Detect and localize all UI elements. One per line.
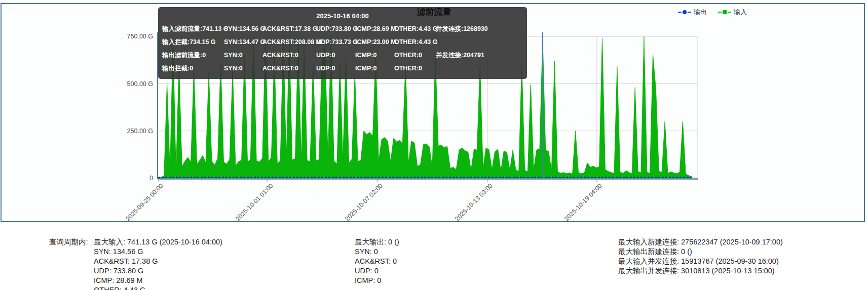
- summary-line: ACK&RST: 17.38 G: [94, 257, 222, 266]
- tooltip-cell: ACK&RST:208.08 M: [262, 35, 316, 49]
- chart-title: 滤前流量: [417, 6, 451, 18]
- legend-label: 输出: [694, 8, 707, 17]
- tooltip-cell: ACK&RST:0: [262, 62, 316, 75]
- chart-tooltip: 2025-10-16 04:00 输入滤前流量:741.13 GSYN:134.…: [158, 7, 527, 79]
- legend-item-output[interactable]: 输出: [678, 8, 707, 17]
- summary-line: SYN: 0: [355, 247, 399, 257]
- tooltip-cell: ACK&RST:17.38 G: [262, 22, 316, 35]
- y-axis-tick-label: 250.00 G: [117, 128, 153, 135]
- tooltip-cell: 输入拦截:734.15 G: [162, 35, 224, 49]
- circle-marker-icon: [678, 10, 691, 14]
- tooltip-cell: OTHER:4.43 G: [394, 22, 436, 35]
- tooltip-cell: ICMP:0: [355, 62, 394, 75]
- y-axis-tick-label: 0: [117, 175, 153, 182]
- tooltip-cell: ICMP:0: [355, 49, 394, 62]
- tooltip-cell: OTHER:0: [394, 49, 436, 62]
- tooltip-cell: ICMP:23.00 M: [355, 35, 394, 49]
- tooltip-cell: UDP:733.80 G: [316, 22, 355, 35]
- tooltip-cell: UDP:0: [316, 49, 355, 62]
- summary-line: UDP: 733.80 G: [94, 266, 222, 276]
- summary-line: ACK&RST: 0: [355, 257, 399, 266]
- summary-line: 最大输出并发连接: 3010813 (2025-10-13 15:00): [618, 266, 783, 276]
- tooltip-cell: [436, 62, 523, 75]
- tooltip-cell: 输入滤前流量:741.13 G: [162, 22, 224, 35]
- tooltip-cell: 输出拦截:0: [162, 62, 224, 75]
- summary-line: 最大输入新建连接: 275622347 (2025-10-09 17:00): [618, 237, 783, 247]
- tooltip-cell: SYN:0: [224, 62, 262, 75]
- tooltip-cell: OTHER:0: [394, 62, 436, 75]
- summary-line: SYN: 134.56 G: [94, 247, 222, 257]
- tooltip-cell: ICMP:28.69 M: [355, 22, 394, 35]
- legend-item-input[interactable]: 输入: [718, 8, 747, 17]
- tooltip-timestamp: 2025-10-16 04:00: [162, 10, 523, 22]
- tooltip-cell: OTHER:4.43 G: [394, 35, 436, 49]
- tooltip-cell: 并发连接:204791: [436, 49, 523, 62]
- y-axis-tick-label: 500.00 G: [117, 80, 153, 88]
- summary-col-max-output: 最大输出: 0 ()SYN: 0ACK&RST: 0UDP: 0ICMP: 0: [355, 237, 399, 285]
- summary-col-max-input: 最大输入: 741.13 G (2025-10-16 04:00)SYN: 13…: [94, 237, 222, 290]
- legend-label: 输入: [734, 8, 747, 17]
- summary-line: UDP: 0: [355, 266, 399, 276]
- y-axis-tick-label: 750.00 G: [117, 33, 153, 40]
- summary-period-label: 查询周期内:: [49, 237, 88, 247]
- tooltip-cell: [436, 35, 523, 49]
- summary-line: 最大输出: 0 (): [355, 237, 399, 247]
- summary-line: ICMP: 28.69 M: [94, 276, 222, 285]
- tooltip-cell: UDP:733.73 G: [316, 35, 355, 49]
- square-marker-icon: [718, 10, 731, 14]
- tooltip-cell: SYN:134.47 G: [224, 35, 262, 49]
- tooltip-cell: 并发连接:1268930: [436, 22, 523, 35]
- tooltip-cell: 输出滤前流量:0: [162, 49, 224, 62]
- chart-legend: 输出输入: [678, 8, 747, 17]
- tooltip-table: 输入滤前流量:741.13 GSYN:134.56 GACK&RST:17.38…: [162, 22, 523, 75]
- summary-line: OTHER: 4.43 G: [94, 285, 222, 290]
- tooltip-cell: SYN:134.56 G: [224, 22, 262, 35]
- summary-line: 最大输出新建连接: 0 (): [618, 247, 783, 257]
- summary-line: 最大输入并发连接: 15913767 (2025-09-30 16:00): [618, 257, 783, 266]
- summary-line: ICMP: 0: [355, 276, 399, 285]
- tooltip-cell: UDP:0: [316, 62, 355, 75]
- summary-col-connections: 最大输入新建连接: 275622347 (2025-10-09 17:00)最大…: [618, 237, 783, 276]
- tooltip-cell: ACK&RST:0: [262, 49, 316, 62]
- tooltip-cell: SYN:0: [224, 49, 262, 62]
- summary-line: 最大输入: 741.13 G (2025-10-16 04:00): [94, 237, 222, 247]
